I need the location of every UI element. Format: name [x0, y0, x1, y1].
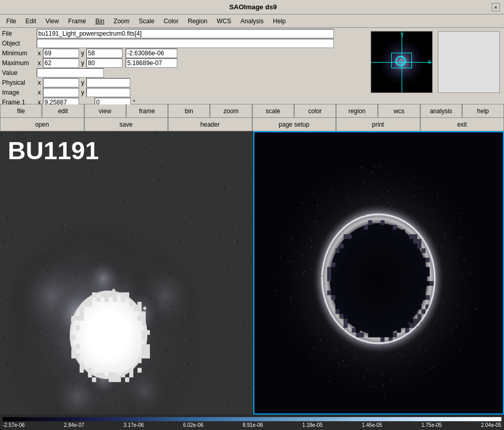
max-x-value[interactable]: 62 [43, 58, 79, 68]
img-y-label: y [81, 89, 84, 96]
left-panel[interactable]: BU1191 [0, 131, 253, 414]
menu-frame[interactable]: Frame [64, 17, 90, 26]
left-image-canvas [0, 131, 253, 414]
tb1-frame[interactable]: frame [126, 104, 168, 117]
tb1-view[interactable]: view [84, 104, 126, 117]
tb2-header[interactable]: header [168, 118, 252, 131]
min-x-label: x [38, 50, 41, 57]
thumb-x-label: X [427, 59, 431, 65]
value-label: Value [2, 69, 36, 76]
preview-panel [438, 31, 500, 93]
file-value[interactable]: bu1191_Light_powerspectrum0.fits[4] [37, 29, 334, 38]
close-button[interactable]: × [492, 3, 500, 11]
object-row: Object [2, 39, 369, 48]
image-label: Image [2, 89, 36, 96]
tb2-save[interactable]: save [84, 118, 169, 131]
tb1-edit[interactable]: edit [42, 104, 84, 117]
max-y-value[interactable]: 80 [86, 58, 123, 68]
menu-help[interactable]: Help [269, 17, 290, 26]
value-row: Value [2, 68, 369, 78]
physical-row: Physical x y [2, 78, 369, 87]
physical-label: Physical [2, 79, 36, 86]
tb1-file[interactable]: file [0, 104, 42, 117]
object-value[interactable] [37, 39, 334, 48]
min-x-value[interactable]: 69 [43, 49, 79, 58]
tb1-region[interactable]: region [336, 104, 378, 117]
img-y-value[interactable] [86, 88, 130, 97]
main-area: BU1191 [0, 131, 504, 414]
tb1-zoom[interactable]: zoom [210, 104, 252, 117]
maximum-label: Maximum [2, 59, 36, 67]
max-y-label: y [81, 59, 84, 67]
thumb-y-label: Y [401, 33, 404, 38]
tb1-help[interactable]: help [462, 104, 504, 117]
thumbnail: X Y [371, 31, 433, 93]
object-label-overlay: BU1191 [8, 136, 99, 165]
menu-edit[interactable]: Edit [21, 17, 40, 26]
value-value[interactable] [37, 68, 104, 78]
min-y-value[interactable]: 58 [86, 49, 123, 58]
thumbnail-inner: X Y [371, 32, 432, 93]
file-row: File bu1191_Light_powerspectrum0.fits[4] [2, 29, 369, 38]
file-label: File [2, 30, 36, 37]
info-panel: File bu1191_Light_powerspectrum0.fits[4]… [0, 28, 504, 104]
minimum-label: Minimum [2, 50, 36, 57]
scale-labels: -2.57e-06 2.84e-07 3.17e-06 6.02e-06 8.9… [3, 422, 501, 428]
image-row: Image x y [2, 88, 369, 97]
tb2-print[interactable]: print [336, 118, 420, 131]
scale-label-2: 3.17e-06 [124, 422, 144, 428]
scale-bar: -2.57e-06 2.84e-07 3.17e-06 6.02e-06 8.9… [0, 417, 504, 428]
menu-bin[interactable]: Bin [91, 17, 109, 26]
scale-label-4: 8.91e-06 [242, 422, 263, 428]
tb2-page-setup[interactable]: page setup [252, 118, 337, 131]
tb1-scale[interactable]: scale [252, 104, 294, 117]
menu-zoom[interactable]: Zoom [110, 17, 134, 26]
menu-wcs[interactable]: WCS [212, 17, 235, 26]
img-x-value[interactable] [43, 88, 79, 97]
tb2-exit[interactable]: exit [420, 118, 505, 131]
tb1-bin[interactable]: bin [168, 104, 210, 117]
bottom-colorbar: -2.57e-06 2.84e-07 3.17e-06 6.02e-06 8.9… [0, 414, 504, 430]
maximum-row: Maximum x 62 y 80 5.18689e-07 [2, 58, 369, 68]
phys-x-value[interactable] [43, 78, 79, 87]
menu-scale[interactable]: Scale [135, 17, 159, 26]
tb2-open[interactable]: open [0, 118, 84, 131]
menu-color[interactable]: Color [160, 17, 183, 26]
object-label: Object [2, 40, 36, 47]
tb1-wcs[interactable]: wcs [378, 104, 420, 117]
scale-label-8: 2.04e-05 [481, 422, 501, 428]
min-y-label: y [81, 50, 84, 57]
scale-label-3: 6.02e-06 [183, 422, 203, 428]
scale-gradient [3, 417, 501, 421]
toolbar-2: open save header page setup print exit [0, 118, 504, 131]
tb1-color[interactable]: color [294, 104, 336, 117]
phys-y-label: y [81, 79, 84, 86]
max-val[interactable]: 5.18689e-07 [126, 58, 177, 68]
menu-file[interactable]: File [2, 17, 20, 26]
right-panel[interactable] [253, 131, 504, 414]
img-x-label: x [38, 89, 41, 96]
menu-view[interactable]: View [41, 17, 63, 26]
menu-analysis[interactable]: Analysis [236, 17, 268, 26]
info-left: File bu1191_Light_powerspectrum0.fits[4]… [2, 29, 369, 103]
max-x-label: x [38, 59, 41, 67]
minimum-row: Minimum x 69 y 58 -2.63086e-06 [2, 49, 369, 58]
info-right: X Y [369, 29, 502, 103]
scale-label-5: 1.18e-05 [302, 422, 323, 428]
min-val[interactable]: -2.63086e-06 [126, 49, 177, 58]
scale-label-7: 1.75e-05 [421, 422, 441, 428]
phys-x-label: x [38, 79, 41, 86]
menu-bar: File Edit View Frame Bin Zoom Scale Colo… [0, 14, 504, 28]
scale-label-0: -2.57e-06 [3, 422, 25, 428]
title-bar: SAOImage ds9 × [0, 0, 504, 14]
app-title: SAOImage ds9 [14, 3, 492, 11]
toolbar-1: file edit view frame bin zoom scale colo… [0, 104, 504, 118]
right-image-canvas [254, 132, 503, 413]
scale-label-1: 2.84e-07 [64, 422, 84, 428]
phys-y-value[interactable] [86, 78, 130, 87]
menu-region[interactable]: Region [184, 17, 211, 26]
tb1-analysis[interactable]: analysis [420, 104, 462, 117]
scale-label-6: 1.46e-05 [362, 422, 382, 428]
